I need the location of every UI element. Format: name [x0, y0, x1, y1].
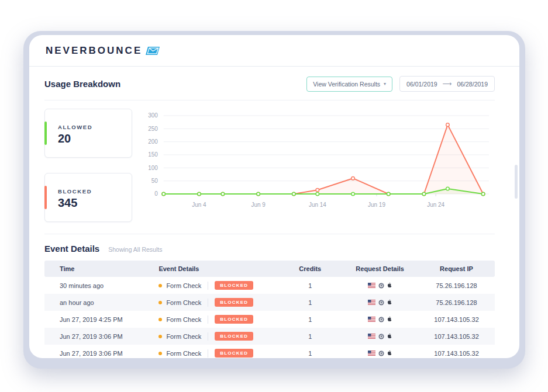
events-table: Time Event Details Credits Request Detai…: [44, 261, 495, 358]
svg-text:200: 200: [148, 138, 158, 145]
blocked-value: 345: [58, 196, 132, 210]
chrome-icon: [378, 283, 384, 289]
row-event-cell: Form Check BLOCKED: [143, 315, 278, 324]
row-time: Jun 27, 2019 4:25 PM: [44, 316, 143, 323]
apple-icon: [387, 333, 392, 339]
row-credits: 1: [278, 299, 342, 306]
date-range-start: 06/01/2019: [406, 81, 437, 88]
apple-icon: [387, 282, 392, 289]
row-event-type: Form Check: [166, 316, 201, 323]
status-badge: BLOCKED: [215, 281, 253, 290]
us-flag-icon: [368, 300, 375, 305]
status-dot-icon: [158, 301, 162, 304]
neverbounce-logo[interactable]: NEVERBOUNCE: [46, 45, 160, 57]
usage-section-title: Usage Breakdown: [44, 79, 120, 89]
row-request-ip: 107.143.105.32: [418, 333, 495, 340]
col-header-time: Time: [44, 265, 143, 272]
row-event-cell: Form Check BLOCKED: [143, 332, 278, 341]
row-time: Jun 27, 2019 3:06 PM: [44, 350, 143, 357]
events-section: Event Details Showing All Results Time E…: [44, 234, 495, 358]
events-subtitle: Showing All Results: [108, 246, 162, 253]
row-time: an hour ago: [44, 299, 143, 306]
status-badge: BLOCKED: [215, 349, 253, 358]
col-header-credits: Credits: [278, 265, 342, 272]
status-dot-icon: [158, 335, 162, 338]
page: NEVERBOUNCE Usage Breakdown View Verific…: [0, 0, 548, 392]
status-dot-icon: [158, 284, 162, 287]
cell-divider: [208, 332, 208, 341]
row-request-details: [342, 299, 418, 306]
brand-name: NEVERBOUNCE: [46, 45, 142, 57]
row-request-ip: 75.26.196.128: [418, 282, 495, 289]
row-request-ip: 75.26.196.128: [418, 299, 495, 306]
usage-chart: 050100150200250300Jun 4Jun 9Jun 14Jun 19…: [143, 109, 495, 215]
svg-text:100: 100: [148, 165, 158, 171]
row-request-ip: 107.143.105.32: [418, 350, 495, 357]
allowed-accent-bar: [44, 122, 47, 145]
chrome-icon: [378, 351, 384, 356]
stat-card-allowed: ALLOWED 20: [44, 109, 132, 158]
status-badge: BLOCKED: [215, 332, 253, 341]
apple-icon: [387, 350, 392, 356]
chart-wrap: 050100150200250300Jun 4Jun 9Jun 14Jun 19…: [143, 109, 495, 222]
row-request-details: [342, 316, 418, 322]
row-event-cell: Form Check BLOCKED: [143, 298, 278, 307]
svg-text:300: 300: [148, 112, 158, 119]
filter-button-label: View Verification Results: [313, 81, 380, 88]
row-credits: 1: [278, 333, 342, 340]
cell-divider: [208, 315, 208, 324]
status-dot-icon: [158, 352, 162, 355]
svg-text:Jun 14: Jun 14: [309, 202, 326, 208]
row-event-type: Form Check: [166, 350, 201, 357]
row-time: 30 minutes ago: [44, 282, 143, 289]
row-event-cell: Form Check BLOCKED: [143, 281, 278, 290]
status-badge: BLOCKED: [215, 315, 253, 324]
date-range-picker[interactable]: 06/01/2019 ⟶ 06/28/2019: [399, 76, 495, 92]
envelope-send-icon: [146, 46, 160, 55]
cell-divider: [208, 299, 208, 307]
status-dot-icon: [158, 318, 162, 321]
row-request-details: [342, 350, 418, 356]
chrome-icon: [378, 334, 384, 339]
row-event-type: Form Check: [166, 299, 201, 306]
us-flag-icon: [368, 351, 375, 356]
col-header-request-ip: Request IP: [418, 265, 495, 272]
stat-card-blocked: BLOCKED 345: [44, 173, 132, 222]
row-credits: 1: [278, 316, 342, 323]
svg-text:150: 150: [148, 151, 158, 158]
svg-text:Jun 9: Jun 9: [251, 202, 266, 208]
apple-icon: [387, 316, 392, 322]
row-event-type: Form Check: [166, 333, 201, 340]
row-request-ip: 107.143.105.32: [418, 316, 495, 323]
allowed-value: 20: [58, 132, 132, 145]
app-header: NEVERBOUNCE: [29, 35, 519, 67]
arrow-right-icon: ⟶: [443, 80, 452, 88]
status-badge: BLOCKED: [215, 298, 253, 307]
row-credits: 1: [278, 282, 342, 289]
us-flag-icon: [368, 317, 375, 322]
table-row: Jun 27, 2019 4:25 PM Form Check BLOCKED …: [44, 311, 495, 328]
table-row: 30 minutes ago Form Check BLOCKED 1: [44, 277, 495, 294]
allowed-label: ALLOWED: [58, 124, 132, 130]
events-table-header: Time Event Details Credits Request Detai…: [44, 261, 495, 277]
chevron-down-icon: ▾: [384, 81, 386, 86]
usage-controls: View Verification Results ▾ 06/01/2019 ⟶…: [306, 76, 495, 92]
view-verification-results-dropdown[interactable]: View Verification Results ▾: [306, 77, 392, 92]
svg-text:Jun 4: Jun 4: [192, 202, 206, 208]
us-flag-icon: [368, 283, 375, 288]
scrollbar-thumb[interactable]: [515, 165, 518, 199]
blocked-accent-bar: [44, 186, 47, 209]
events-titlebar: Event Details Showing All Results: [44, 244, 495, 254]
svg-text:50: 50: [151, 178, 158, 184]
events-section-title: Event Details: [44, 244, 99, 254]
date-range-end: 06/28/2019: [457, 81, 488, 88]
row-request-details: [342, 333, 418, 339]
dashboard-window: NEVERBOUNCE Usage Breakdown View Verific…: [29, 35, 519, 358]
row-time: Jun 27, 2019 3:06 PM: [44, 333, 143, 340]
row-credits: 1: [278, 350, 342, 357]
svg-text:Jun 24: Jun 24: [427, 202, 444, 208]
svg-text:Jun 19: Jun 19: [368, 202, 385, 208]
col-header-event-details: Event Details: [143, 265, 278, 272]
svg-text:0: 0: [154, 190, 158, 197]
stats-column: ALLOWED 20 BLOCKED 345: [44, 109, 132, 222]
